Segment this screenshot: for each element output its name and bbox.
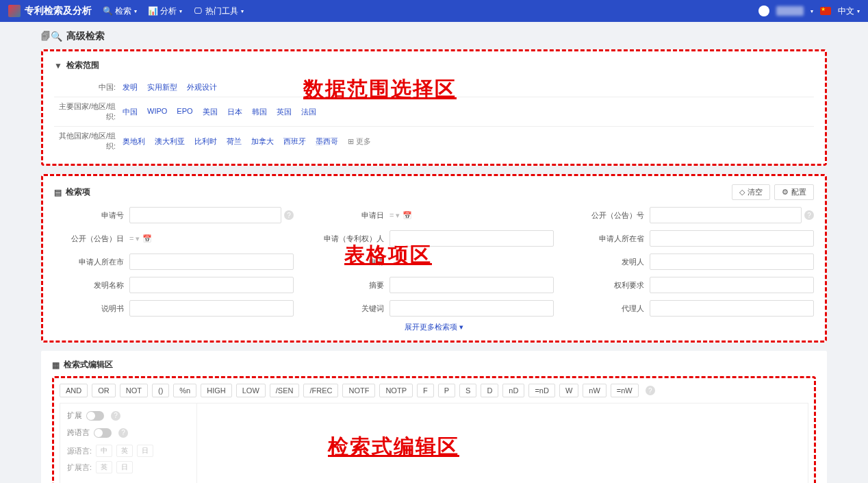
scope-tag[interactable]: 实用新型 (147, 82, 177, 92)
scope-tag[interactable]: 奥地利 (123, 136, 145, 147)
help-icon[interactable]: ? (284, 210, 294, 220)
nav-analysis[interactable]: 📊 分析 ▾ (148, 5, 182, 17)
expression-textarea[interactable] (197, 404, 808, 483)
op-btn[interactable]: LOW (236, 384, 266, 397)
editor-sidebar: 扩展 ? 跨语言 ? 源语言: 中 英 日 (60, 404, 197, 483)
help-icon[interactable]: ? (646, 386, 655, 395)
scope-tag[interactable]: 澳大利亚 (155, 136, 185, 147)
editor-header: 检索式编辑区 (64, 359, 113, 371)
applicant-prov-input[interactable] (650, 230, 814, 247)
op-btn[interactable]: /SEN (270, 384, 300, 397)
op-btn[interactable]: S (459, 384, 476, 397)
applicant-input[interactable] (390, 230, 554, 247)
operator-row: AND OR NOT () %n HIGH LOW /SEN /FREC NOT… (60, 384, 808, 397)
chevron-down-icon: ▾ (134, 8, 137, 14)
grid-icon: ⊞ (348, 137, 354, 146)
op-btn[interactable]: NOTP (379, 384, 413, 397)
op-btn[interactable]: HIGH (201, 384, 232, 397)
doc-search-icon: 🗐🔍 (41, 31, 62, 42)
op-btn[interactable]: =nW (611, 384, 639, 397)
op-btn[interactable]: OR (92, 384, 116, 397)
app-title: 专利检索及分析 (25, 5, 92, 17)
fields-header: 检索项 (66, 186, 90, 198)
scope-row-china: 中国: 发明 实用新型 外观设计 (54, 78, 814, 97)
fields-panel: 表格项区 ▤ 检索项 ◇清空 ⚙配置 申请号? 申请日= ▾ 📅 公开（公告）号… (41, 174, 827, 343)
op-btn[interactable]: W (559, 384, 578, 397)
scope-tag[interactable]: 法国 (301, 107, 316, 117)
keyword-input[interactable] (390, 300, 554, 317)
op-btn[interactable]: AND (60, 384, 88, 397)
chart-icon: 📊 (148, 6, 157, 16)
scope-row-main: 主要国家/地区/组织: 中国 WIPO EPO 美国 日本 韩国 英国 法国 (54, 97, 814, 127)
abstract-input[interactable] (390, 277, 554, 293)
edit-icon: ▦ (52, 360, 60, 370)
op-btn[interactable]: NOTF (342, 384, 375, 397)
nav-tools[interactable]: 🖵 热门工具 ▾ (193, 5, 244, 17)
op-btn[interactable]: () (152, 384, 169, 397)
expand-toggle[interactable] (86, 411, 104, 421)
lang-btn[interactable]: 中 (96, 445, 112, 457)
op-btn[interactable]: F (417, 384, 434, 397)
op-btn[interactable]: P (438, 384, 455, 397)
op-btn[interactable]: nD (502, 384, 524, 397)
op-btn[interactable]: D (481, 384, 498, 397)
list-icon: ▤ (54, 188, 62, 197)
app-logo: 专利检索及分析 (8, 5, 92, 17)
scope-tag[interactable]: 加拿大 (251, 136, 274, 147)
flag-icon (820, 7, 831, 15)
scope-tag[interactable]: 韩国 (252, 107, 267, 117)
scope-tag[interactable]: 比利时 (194, 136, 217, 147)
op-btn[interactable]: /FREC (303, 384, 338, 397)
applicant-city-input[interactable] (129, 253, 294, 270)
scope-tag[interactable]: EPO (177, 107, 192, 117)
scope-tag[interactable]: WIPO (147, 107, 167, 117)
lang-btn[interactable]: 日 (137, 445, 153, 457)
lang-btn[interactable]: 日 (116, 461, 133, 473)
scope-tag[interactable]: 外观设计 (187, 82, 217, 92)
chevron-down-icon[interactable]: ▾ (810, 8, 813, 14)
help-icon[interactable]: ? (118, 428, 128, 438)
op-btn[interactable]: %n (173, 384, 196, 397)
agent-input[interactable] (650, 300, 814, 317)
scope-tag[interactable]: 英国 (277, 107, 292, 117)
scope-tag[interactable]: 中国 (123, 107, 138, 117)
filter-icon: ▼ (54, 61, 62, 71)
app-no-input[interactable] (129, 207, 281, 223)
help-icon[interactable]: ? (111, 411, 120, 421)
eraser-icon: ◇ (739, 188, 745, 197)
chevron-down-icon: ▾ (857, 8, 860, 14)
lang-btn[interactable]: 英 (116, 445, 133, 457)
help-icon[interactable]: ? (804, 210, 814, 220)
scope-row-other: 其他国家/地区/组织: 奥地利 澳大利亚 比利时 荷兰 加拿大 西班牙 墨西哥 … (54, 127, 814, 156)
scope-tag[interactable]: 日本 (227, 107, 242, 117)
nav-search[interactable]: 🔍 检索 ▾ (103, 5, 137, 17)
crosslang-toggle[interactable] (94, 428, 112, 438)
scope-tag[interactable]: 美国 (203, 107, 218, 117)
op-btn[interactable]: nW (583, 384, 607, 397)
scope-tag[interactable]: 发明 (123, 82, 138, 92)
scope-tag[interactable]: 西班牙 (283, 136, 306, 147)
expand-fields-link[interactable]: 展开更多检索项 ▾ (54, 317, 814, 332)
op-btn[interactable]: =nD (528, 384, 555, 397)
inv-name-input[interactable] (129, 277, 294, 293)
pub-date-input[interactable]: = ▾ 📅 (129, 234, 152, 243)
op-btn[interactable]: NOT (120, 384, 148, 397)
scope-tag[interactable]: 墨西哥 (316, 136, 338, 147)
more-link[interactable]: ⊞ 更多 (348, 136, 371, 147)
user-icon[interactable] (758, 5, 769, 16)
language-switch[interactable]: 中文 ▾ (838, 5, 860, 17)
config-button[interactable]: ⚙配置 (774, 184, 814, 200)
scope-header: 检索范围 (66, 60, 99, 71)
scope-panel: 数据范围选择区 ▼ 检索范围 中国: 发明 实用新型 外观设计 主要国家/地区/… (41, 49, 827, 166)
top-bar: 专利检索及分析 🔍 检索 ▾ 📊 分析 ▾ 🖵 热门工具 ▾ ▾ 中文 ▾ (0, 0, 868, 22)
pub-no-input[interactable] (650, 207, 802, 223)
spec-input[interactable] (129, 300, 294, 317)
app-date-input[interactable]: = ▾ 📅 (390, 211, 412, 220)
claims-input[interactable] (650, 277, 814, 293)
scope-tag[interactable]: 荷兰 (227, 136, 242, 147)
clear-button[interactable]: ◇清空 (732, 184, 770, 200)
gear-icon: ⚙ (782, 188, 789, 197)
lang-btn[interactable]: 英 (96, 461, 112, 473)
chevron-down-icon: ▾ (241, 8, 244, 14)
inventor-input[interactable] (650, 253, 814, 270)
